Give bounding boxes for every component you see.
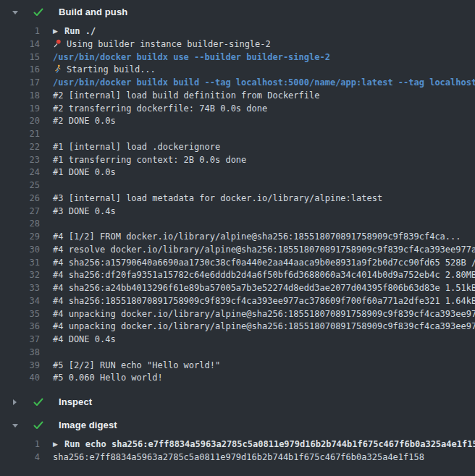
- log-line: 37#4 DONE 0.4s: [0, 333, 475, 347]
- line-number[interactable]: 21: [0, 128, 40, 141]
- log-text: ▶Run echo sha256:e7ff8834a5963a2785c5a08…: [53, 438, 475, 451]
- check-icon: [33, 421, 52, 430]
- log-text: Using builder instance builder-single-2: [53, 38, 271, 51]
- log-line: 32#4 sha256:df20fa9351a15782c64e6dddb2d4…: [0, 269, 475, 282]
- log-line: 30#4 resolve docker.io/library/alpine@sh…: [0, 244, 475, 257]
- line-number[interactable]: 23: [0, 154, 40, 167]
- log-text-content: #2 [internal] load build definition from…: [53, 90, 319, 101]
- section-inspect: Inspect: [0, 390, 475, 413]
- runner-icon: [53, 64, 62, 77]
- log-text-content: #2 DONE 0.0s: [53, 116, 116, 126]
- line-number[interactable]: 22: [0, 141, 40, 154]
- line-number[interactable]: 20: [0, 115, 40, 128]
- log-text: ▶Run ./: [53, 25, 96, 38]
- log-text: /usr/bin/docker buildx build --tag local…: [53, 77, 475, 90]
- play-icon[interactable]: ▶: [53, 438, 58, 451]
- log-text-content: #4 resolve docker.io/library/alpine@sha2…: [53, 245, 475, 255]
- log-text: #1 transferring context: 2B 0.0s done: [53, 154, 246, 167]
- line-number[interactable]: 19: [0, 103, 40, 116]
- log-line: 27#3 DONE 0.4s: [0, 205, 475, 218]
- log-line: 16Starting build...: [0, 64, 475, 77]
- log-text-content: #4 sha256:a15790640a6690aa1730c38cf0a440…: [53, 258, 475, 268]
- log-text: #2 [internal] load build definition from…: [53, 90, 319, 103]
- section-header-image-digest[interactable]: Image digest: [0, 413, 475, 436]
- log-viewer: Build and push1▶Run ./14Using builder in…: [0, 0, 475, 476]
- line-number[interactable]: 39: [0, 360, 40, 373]
- line-number[interactable]: 36: [0, 320, 40, 333]
- line-number[interactable]: 16: [0, 64, 40, 77]
- log-text-content: #2 transferring dockerfile: 74B 0.0s don…: [53, 103, 267, 114]
- chevron-down-icon[interactable]: [12, 9, 28, 15]
- chevron-down-icon[interactable]: [12, 422, 28, 428]
- line-number[interactable]: 34: [0, 295, 40, 308]
- log-text-content: #4 unpacking docker.io/library/alpine@sh…: [53, 309, 475, 319]
- log-text-content: #4 sha256:df20fa9351a15782c64e6dddb2d4a6…: [53, 270, 475, 280]
- log-line: 24#1 DONE 0.0s: [0, 166, 475, 179]
- line-number[interactable]: 28: [0, 218, 40, 231]
- section-image-digest: Image digest1▶Run echo sha256:e7ff8834a5…: [0, 413, 475, 469]
- line-number[interactable]: 33: [0, 282, 40, 295]
- log-text: #4 sha256:df20fa9351a15782c64e6dddb2d4a6…: [53, 269, 475, 282]
- section-header-build-and-push[interactable]: Build and push: [0, 0, 475, 23]
- log-text-content: sha256:e7ff8834a5963a2785c5a0811e979d16b…: [53, 452, 424, 462]
- line-number[interactable]: 26: [0, 192, 40, 205]
- line-number[interactable]: 25: [0, 179, 40, 192]
- line-number[interactable]: 27: [0, 205, 40, 218]
- play-icon[interactable]: ▶: [53, 25, 58, 38]
- line-number[interactable]: 24: [0, 166, 40, 179]
- log-line: 1▶Run ./: [0, 25, 475, 38]
- log-text-content: #4 DONE 0.4s: [53, 334, 116, 344]
- line-number[interactable]: 35: [0, 308, 40, 321]
- log-text: #5 [2/2] RUN echo "Hello world!": [53, 360, 220, 373]
- line-number[interactable]: 18: [0, 90, 40, 103]
- line-number[interactable]: 40: [0, 372, 40, 385]
- log-text-content: #3 DONE 0.4s: [53, 206, 116, 216]
- line-number[interactable]: 4: [0, 451, 40, 464]
- log-text: #4 DONE 0.4s: [53, 333, 116, 347]
- log-line: 40#5 0.060 Hello world!: [0, 372, 475, 385]
- log-text-content: Using builder instance builder-single-2: [67, 39, 271, 49]
- pushpin-icon: [53, 39, 62, 51]
- log-line: 15/usr/bin/docker buildx use --builder b…: [0, 51, 475, 64]
- line-number[interactable]: 15: [0, 51, 40, 64]
- check-icon: [33, 8, 52, 17]
- line-number[interactable]: 29: [0, 231, 40, 244]
- line-number[interactable]: 38: [0, 347, 40, 360]
- log-line: 17/usr/bin/docker buildx build --tag loc…: [0, 77, 475, 90]
- section-header-inspect[interactable]: Inspect: [0, 390, 475, 413]
- log-text: Starting build...: [53, 64, 156, 77]
- check-icon: [33, 398, 52, 407]
- log-line: 39#5 [2/2] RUN echo "Hello world!": [0, 360, 475, 373]
- log-text-content: /usr/bin/docker buildx use --builder bui…: [53, 52, 330, 62]
- line-number[interactable]: 32: [0, 269, 40, 282]
- line-number[interactable]: 17: [0, 77, 40, 90]
- log-text: #2 transferring dockerfile: 74B 0.0s don…: [53, 103, 267, 116]
- log-text: #1 DONE 0.0s: [53, 166, 116, 179]
- line-number[interactable]: 30: [0, 244, 40, 257]
- log-line: 38: [0, 347, 475, 360]
- log-lines-image-digest: 1▶Run echo sha256:e7ff8834a5963a2785c5a0…: [0, 436, 475, 469]
- log-line: 19#2 transferring dockerfile: 74B 0.0s d…: [0, 103, 475, 116]
- line-number[interactable]: 1: [0, 438, 40, 451]
- line-number[interactable]: 14: [0, 38, 40, 51]
- log-text-content: Run echo sha256:e7ff8834a5963a2785c5a081…: [64, 439, 475, 449]
- section-title-build-and-push: Build and push: [59, 7, 127, 17]
- chevron-right-icon[interactable]: [12, 399, 28, 406]
- log-line: 34#4 sha256:185518070891758909c9f839cf4c…: [0, 295, 475, 308]
- log-line: 1▶Run echo sha256:e7ff8834a5963a2785c5a0…: [0, 438, 475, 451]
- log-line: 33#4 sha256:a24bb4013296f61e89ba57005a7b…: [0, 282, 475, 295]
- log-line: 20#2 DONE 0.0s: [0, 115, 475, 128]
- log-text-content: /usr/bin/docker buildx build --tag local…: [53, 77, 475, 88]
- log-text: #4 sha256:a24bb4013296f61e89ba57005a7b3e…: [53, 282, 475, 295]
- log-line: 35#4 unpacking docker.io/library/alpine@…: [0, 308, 475, 321]
- line-number[interactable]: 1: [0, 25, 40, 38]
- log-line: 23#1 transferring context: 2B 0.0s done: [0, 154, 475, 167]
- log-line: 26#3 [internal] load metadata for docker…: [0, 192, 475, 205]
- log-line: 21: [0, 128, 475, 141]
- log-text-content: #4 unpacking docker.io/library/alpine@sh…: [53, 321, 475, 331]
- log-text: #4 sha256:185518070891758909c9f839cf4ca3…: [53, 295, 475, 308]
- log-line: 4sha256:e7ff8834a5963a2785c5a0811e979d16…: [0, 451, 475, 464]
- line-number[interactable]: 37: [0, 333, 40, 347]
- log-text: #4 resolve docker.io/library/alpine@sha2…: [53, 244, 475, 257]
- line-number[interactable]: 31: [0, 257, 40, 270]
